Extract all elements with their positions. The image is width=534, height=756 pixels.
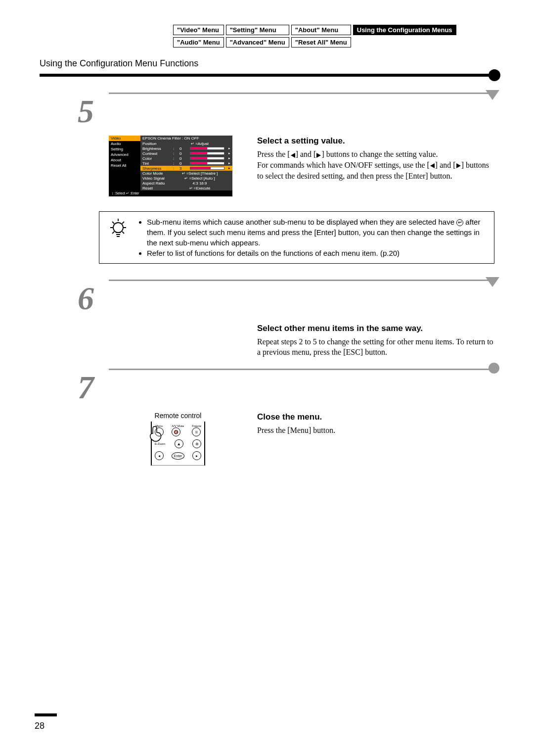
osd-row: Reset↵ =Execute (140, 186, 232, 190)
page-number: 28 (35, 721, 44, 731)
section-rule (40, 74, 494, 77)
ezoom-plus-button[interactable]: ⊕ (192, 439, 201, 448)
tip-item: Sub-menu items which cause another sub-m… (147, 217, 487, 248)
enter-button[interactable]: Enter (172, 452, 184, 460)
osd-row: Color Mode↵ =Select [Theatre ] (140, 171, 232, 176)
right-arrow-icon (456, 163, 461, 168)
step-text: For commands which have ON/OFF settings,… (257, 160, 494, 181)
freeze-button[interactable]: II (192, 427, 201, 436)
page-number-bar (35, 713, 57, 716)
osd-row: Video Signal↵ =Select [Auto ] (140, 176, 232, 181)
osd-left-item: Audio (109, 141, 140, 146)
nav-video-menu[interactable]: "Video" Menu (173, 25, 224, 35)
osd-left-item: About (109, 157, 140, 163)
step-number: 6 (40, 284, 99, 313)
osd-screenshot: Video Audio Setting Advanced About Reset… (109, 136, 232, 196)
nav-right-button[interactable]: ▸ (192, 451, 201, 460)
nav-using-config[interactable]: Using the Configuration Menus (353, 25, 456, 35)
step-marker-icon (486, 277, 499, 287)
nav-audio-menu[interactable]: "Audio" Menu (173, 37, 224, 47)
step-rule (109, 369, 494, 370)
nav-resetall-menu[interactable]: "Reset All" Menu (291, 37, 351, 47)
osd-row: Brightness: 0▸ (140, 146, 232, 151)
nav-setting-menu[interactable]: "Setting" Menu (226, 25, 289, 35)
left-arrow-icon (291, 153, 295, 158)
lightbulb-icon (106, 217, 130, 258)
nav-about-menu[interactable]: "About" Menu (291, 25, 351, 35)
svg-point-0 (113, 223, 123, 233)
tip-box: Sub-menu items which cause another sub-m… (99, 211, 494, 264)
pause-icon: II (195, 430, 197, 434)
step-heading: Close the menu. (257, 412, 494, 423)
osd-left-item: Setting (109, 146, 140, 152)
osd-left-item: Video (109, 136, 140, 141)
step-number: 7 (40, 373, 99, 402)
nav-pills: "Video" Menu "Setting" Menu "About" Menu… (173, 25, 456, 47)
osd-row: Color: 0▸ (140, 156, 232, 161)
osd-row: Aspect Ratio 4:3 16:9 (140, 181, 232, 186)
osd-footer: ↕ :Select ↵ :Enter (109, 190, 232, 196)
nav-advanced-menu[interactable]: "Advanced" Menu (226, 37, 289, 47)
nav-left-button[interactable]: ◂ (155, 451, 164, 460)
remote-btn-label: Freeze (192, 425, 201, 427)
ezoom-up-button[interactable]: ▲ (175, 439, 183, 448)
tip-item: Refer to list of functions for details o… (147, 248, 487, 258)
osd-left-item: Advanced (109, 152, 140, 157)
step-marker-icon (489, 363, 499, 374)
osd-left-item: Reset All (109, 163, 140, 168)
remote-btn-label: Menu (155, 425, 164, 427)
menu-button[interactable] (155, 427, 164, 436)
remote-control-label: Remote control (109, 412, 247, 420)
step-marker-icon (486, 90, 499, 100)
osd-row-selected: Sharpness: 3▸ (140, 166, 232, 171)
av-mute-button[interactable]: 🔇 (172, 427, 180, 436)
left-arrow-icon (430, 163, 435, 168)
step-text: Press the [] and [] buttons to change th… (257, 149, 494, 160)
remote-btn-label: A/V Mute (172, 425, 184, 427)
step-text: Repeat steps 2 to 5 to change the settin… (257, 336, 494, 358)
section-title: Using the Configuration Menu Functions (40, 58, 494, 69)
step-7: 7 Remote control Menu A/V Mute 🔇 (40, 373, 494, 466)
step-heading: Select a setting value. (257, 136, 494, 147)
enter-icon (456, 219, 463, 226)
right-arrow-icon (316, 153, 321, 158)
step-5: 5 Video Audio Setting Advanced About Res… (40, 96, 494, 196)
step-number: 5 (40, 96, 99, 126)
remote-control-diagram: Menu A/V Mute 🔇 Freeze II E-Zoom ▲ ⊕ ◂ (151, 422, 205, 466)
osd-row: Contrast: 0▸ (140, 151, 232, 156)
step-6: 6 Select other menu items in the same wa… (40, 284, 494, 358)
osd-header: EPSON Cinema Filter : ON OFF (140, 136, 232, 141)
step-heading: Select other menu items in the same way. (257, 323, 494, 334)
step-rule (109, 280, 494, 281)
osd-row: Tint: 0▸ (140, 161, 232, 166)
mute-icon: 🔇 (174, 430, 178, 434)
step-rule (109, 93, 494, 94)
osd-row: Position↵ =Adjust (140, 141, 232, 146)
step-text: Press the [Menu] button. (257, 425, 494, 436)
